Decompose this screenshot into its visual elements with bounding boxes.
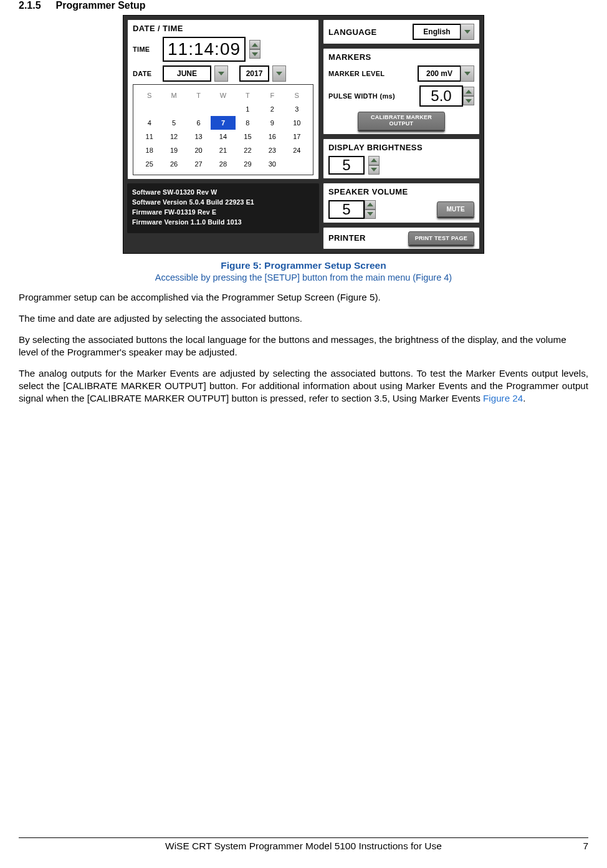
- svg-marker-8: [371, 158, 377, 162]
- section-heading: 2.1.5 Programmer Setup: [19, 0, 588, 11]
- volume-down-icon[interactable]: [365, 210, 376, 219]
- time-label: TIME: [133, 46, 159, 53]
- svg-marker-1: [252, 52, 258, 56]
- calendar-day: .: [161, 102, 186, 116]
- volume-stepper[interactable]: [365, 200, 376, 219]
- panel-title: DATE / TIME: [133, 24, 313, 33]
- calendar-day[interactable]: 16: [260, 130, 284, 143]
- page-number: 7: [583, 838, 588, 852]
- year-select[interactable]: 2017: [239, 65, 269, 82]
- calendar-day[interactable]: 28: [211, 157, 235, 171]
- calendar-day[interactable]: 25: [137, 157, 161, 171]
- calendar-day[interactable]: 24: [285, 143, 309, 157]
- figure-reference-link[interactable]: Figure 24: [483, 393, 523, 403]
- marker-level-label: MARKER LEVEL: [328, 70, 385, 77]
- calendar-day[interactable]: 6: [186, 116, 211, 130]
- software-line: Software SW-01320 Rev W: [132, 187, 314, 197]
- calendar-day[interactable]: 15: [236, 130, 260, 143]
- section-number: 2.1.5: [19, 0, 41, 11]
- calendar-day[interactable]: 10: [285, 116, 309, 130]
- calendar-day[interactable]: 26: [161, 157, 186, 171]
- calendar-day[interactable]: 9: [260, 116, 284, 130]
- volume-up-icon[interactable]: [365, 200, 376, 210]
- svg-marker-10: [367, 203, 373, 206]
- paragraph: Programmer setup can be accomplished via…: [19, 291, 588, 304]
- calendar-day[interactable]: 14: [211, 130, 235, 143]
- calendar-day[interactable]: 29: [236, 157, 260, 171]
- calendar-day[interactable]: 3: [285, 102, 309, 116]
- calibrate-button[interactable]: CALIBRATE MARKER OUTPUT: [358, 112, 445, 130]
- calendar-dow: T: [236, 89, 260, 102]
- print-test-button[interactable]: PRINT TEST PAGE: [408, 231, 474, 245]
- calendar-day: .: [211, 102, 235, 116]
- svg-marker-2: [218, 72, 224, 75]
- brightness-up-icon[interactable]: [368, 156, 380, 165]
- calendar-day[interactable]: 17: [285, 130, 309, 143]
- time-up-icon[interactable]: [249, 40, 260, 49]
- pulse-width-label: PULSE WIDTH (ms): [328, 92, 395, 100]
- paragraph: The analog outputs for the Marker Events…: [19, 367, 588, 405]
- time-display[interactable]: 11 : 14 : 09: [163, 37, 246, 62]
- pulse-width-stepper[interactable]: [463, 87, 474, 105]
- month-select[interactable]: JUNE: [163, 65, 211, 82]
- printer-panel: PRINTER PRINT TEST PAGE: [323, 227, 480, 249]
- language-select[interactable]: English: [413, 24, 461, 40]
- brightness-value[interactable]: 5: [328, 156, 365, 175]
- programmer-screenshot: DATE / TIME TIME 11 : 14 : 09 DATE JUNE: [123, 15, 484, 254]
- calendar-day[interactable]: 4: [137, 116, 161, 130]
- markers-panel: MARKERS MARKER LEVEL 200 mV PULSE WIDTH …: [323, 48, 480, 135]
- pulse-width-value[interactable]: 5.0: [419, 85, 463, 107]
- calendar-day[interactable]: 5: [161, 116, 186, 130]
- marker-level-select[interactable]: 200 mV: [418, 65, 461, 82]
- pw-up-icon[interactable]: [463, 87, 474, 96]
- calendar-day: .: [186, 102, 211, 116]
- year-chevron-down-icon[interactable]: [272, 65, 286, 82]
- panel-title: DISPLAY BRIGHTNESS: [328, 143, 474, 152]
- footer-text: WiSE CRT System Programmer Model 5100 In…: [165, 841, 442, 852]
- calendar-day[interactable]: 8: [236, 116, 260, 130]
- calendar-dow: F: [260, 89, 284, 102]
- calendar-day[interactable]: 27: [186, 157, 211, 171]
- calendar-day[interactable]: 19: [161, 143, 186, 157]
- calendar-day[interactable]: 30: [260, 157, 284, 171]
- calendar-day[interactable]: 7: [211, 116, 235, 130]
- calendar-day[interactable]: 2: [260, 102, 284, 116]
- mute-button[interactable]: MUTE: [437, 201, 474, 217]
- calendar-day[interactable]: 18: [137, 143, 161, 157]
- software-line: Software Version 5.0.4 Build 22923 E1: [132, 197, 314, 207]
- software-line: Firmware FW-01319 Rev E: [132, 207, 314, 217]
- month-chevron-down-icon[interactable]: [214, 65, 228, 82]
- calendar-day[interactable]: 23: [260, 143, 284, 157]
- marker-level-chevron-down-icon[interactable]: [461, 65, 474, 82]
- calendar-dow: S: [137, 89, 161, 102]
- calendar-day[interactable]: 22: [236, 143, 260, 157]
- calendar-day[interactable]: 13: [186, 130, 211, 143]
- time-down-icon[interactable]: [249, 49, 260, 59]
- language-chevron-down-icon[interactable]: [461, 24, 474, 40]
- calendar[interactable]: SMTWTFS ....1234567891011121314151617181…: [133, 84, 313, 175]
- time-stepper[interactable]: [249, 40, 260, 59]
- volume-panel: SPEAKER VOLUME 5 MUTE: [323, 183, 480, 223]
- calendar-day[interactable]: 12: [161, 130, 186, 143]
- panel-title: PRINTER: [328, 233, 366, 243]
- language-panel: LANGUAGE English: [323, 19, 480, 44]
- calendar-day: .: [137, 102, 161, 116]
- calendar-day[interactable]: 21: [211, 143, 235, 157]
- calendar-day[interactable]: 1: [236, 102, 260, 116]
- section-title: Programmer Setup: [56, 0, 146, 11]
- panel-title: SPEAKER VOLUME: [328, 187, 474, 196]
- calendar-dow: W: [211, 89, 235, 102]
- calendar-day[interactable]: 20: [186, 143, 211, 157]
- pw-down-icon[interactable]: [463, 96, 474, 105]
- panel-title: MARKERS: [328, 52, 474, 62]
- body-text: Programmer setup can be accomplished via…: [19, 291, 588, 405]
- brightness-down-icon[interactable]: [368, 165, 380, 175]
- volume-value[interactable]: 5: [328, 200, 365, 219]
- software-info-panel: Software SW-01320 Rev W Software Version…: [127, 183, 319, 233]
- calendar-day[interactable]: 11: [137, 130, 161, 143]
- svg-marker-9: [371, 168, 377, 171]
- software-line: Firmware Version 1.1.0 Build 1013: [132, 217, 314, 227]
- svg-marker-4: [464, 30, 471, 34]
- brightness-stepper[interactable]: [368, 156, 380, 175]
- svg-marker-3: [276, 72, 282, 75]
